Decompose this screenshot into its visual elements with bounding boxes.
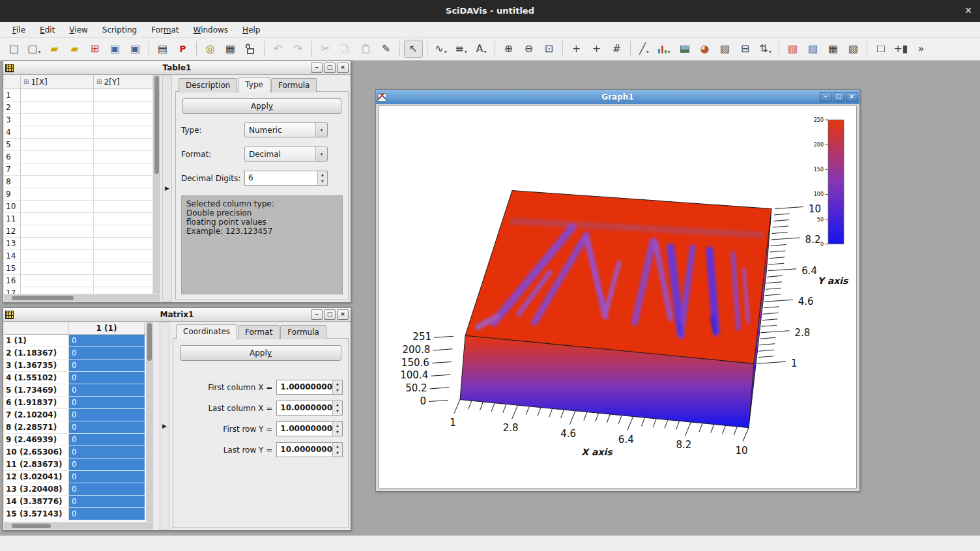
table-cell[interactable] [94,201,152,213]
row-header[interactable]: 16 [4,275,21,287]
matrix-row-header[interactable]: 15 (3.57143) [4,508,69,520]
table-cell[interactable] [21,188,94,201]
table-cell[interactable] [94,114,152,126]
last-column-x-input[interactable]: 10.0000000▲▼ [276,401,343,416]
row-header[interactable]: 10 [4,201,21,213]
matrix-cell[interactable]: 0 [69,496,145,508]
scrollbar-thumb[interactable] [154,76,159,174]
matrix1-tab-formula[interactable]: Formula [280,325,326,339]
row-header[interactable]: 17 [4,287,21,294]
matrix-row-header[interactable]: 2 (1.18367) [4,347,69,360]
table-cell[interactable] [21,275,94,287]
spin-up-icon[interactable]: ▲ [333,380,342,388]
menu-file[interactable]: File [5,23,33,36]
matrix1-tab-coordinates[interactable]: Coordinates [176,324,237,339]
matrix-row-header[interactable]: 8 (2.28571) [4,421,69,434]
add-curve-button[interactable]: ∿▾ [431,40,450,58]
table1-column-header[interactable]: ⊞1[X] [21,75,94,89]
matrix-cell[interactable]: 0 [69,384,145,397]
plot-image-button[interactable] [675,40,694,58]
matrix1-vertical-scrollbar[interactable] [146,322,153,522]
chevron-down-icon[interactable]: ▾ [315,147,327,161]
redo-button[interactable]: ↷ [289,40,308,58]
plot-3d-bars-button[interactable]: ▨ [715,40,734,58]
matrix1-panel-handle[interactable]: ▶ [160,322,169,530]
panel-expand-icon[interactable]: ▶ [165,185,169,191]
matrix1-column-header[interactable]: 1 (1) [69,322,145,334]
plot-histogram-button[interactable]: ▾ [655,40,674,58]
select-region-button[interactable] [871,40,890,58]
row-header[interactable]: 8 [4,176,21,188]
table1-tab-formula[interactable]: Formula [271,78,317,92]
plot-error-bars-button[interactable]: ⇅▾ [756,40,775,58]
import-file-button[interactable]: ▰ [65,40,84,58]
table-cell[interactable] [21,114,94,126]
matrix1-titlebar[interactable]: Matrix1 –□× [3,308,351,322]
type-select[interactable]: Numeric▾ [244,122,328,137]
spin-down-icon[interactable]: ▼ [333,450,342,457]
chevron-down-icon[interactable]: ▾ [315,123,327,137]
matrix-cell[interactable]: 0 [69,360,145,372]
new-window-button[interactable]: □▾ [25,40,44,58]
last-row-y-input[interactable]: 10.0000000▲▼ [276,442,343,457]
table-cell[interactable] [94,126,152,139]
plot-box-button[interactable]: ⊟ [736,40,755,58]
plot-3d-trajectory-button[interactable]: ▧ [844,40,863,58]
row-header[interactable]: 12 [4,225,21,238]
matrix-row-header[interactable]: 13 (3.20408) [4,483,69,496]
table1-panel-handle[interactable]: ▶ [162,75,172,302]
project-explorer-button[interactable]: ◎ [201,40,220,58]
app-close-button[interactable]: ✕ [964,5,972,16]
plot-line-button[interactable]: ╱▾ [635,40,654,58]
export-pdf-button[interactable]: P [173,40,192,58]
matrix1-minimize-button[interactable]: – [311,309,323,320]
plot-canvas[interactable]: 12.84.66.48.210X axis12.84.66.48.210Y ax… [379,106,857,488]
table-cell[interactable] [94,213,152,225]
table-cell[interactable] [21,213,94,225]
plot-3d-scatter-button[interactable]: ▦ [824,40,843,58]
table1-minimize-button[interactable]: – [311,63,323,73]
table-cell[interactable] [21,139,94,151]
table-cell[interactable] [94,151,152,163]
graph1-close-button[interactable]: × [846,92,857,102]
matrix-row-header[interactable]: 4 (1.55102) [4,372,69,384]
table-cell[interactable] [21,262,94,275]
scrollbar-thumb[interactable] [147,323,152,361]
matrix-cell[interactable]: 0 [69,471,145,483]
matrix-row-header[interactable]: 3 (1.36735) [4,360,69,372]
cut-button[interactable]: ✂ [316,40,335,58]
matrix-cell[interactable]: 0 [69,335,145,347]
toolbar-overflow-button[interactable]: » [912,40,930,58]
table-cell[interactable] [21,126,94,139]
row-header[interactable]: 15 [4,262,21,275]
table-cell[interactable] [21,102,94,114]
matrix1-corner-cell[interactable] [4,322,69,334]
plot-pie-button[interactable]: ◕ [695,40,714,58]
add-text-button[interactable]: A▾ [472,40,491,58]
row-header[interactable]: 6 [4,151,21,163]
table-cell[interactable] [94,89,152,102]
undo-button[interactable]: ↶ [268,40,287,58]
pointer-button[interactable]: ↖ [404,40,423,58]
graph1-minimize-button[interactable]: – [820,92,831,102]
first-row-y-input[interactable]: 1.00000000▲▼ [276,421,343,436]
menu-windows[interactable]: Windows [186,23,236,36]
rescale-to-show-all-button[interactable]: ⊡ [540,40,558,58]
table-cell[interactable] [21,287,94,294]
table-cell[interactable] [94,139,152,151]
matrix-cell[interactable]: 0 [69,347,145,360]
matrix-cell[interactable]: 0 [69,409,145,421]
add-column-button[interactable]: +▮ [891,40,910,58]
matrix-row-header[interactable]: 11 (2.83673) [4,459,69,471]
paste-button[interactable] [356,40,375,58]
matrix1-horizontal-scrollbar[interactable] [4,522,153,530]
table-cell[interactable] [94,188,152,201]
row-header[interactable]: 11 [4,213,21,225]
table-cell[interactable] [21,201,94,213]
table-cell[interactable] [94,262,152,275]
menu-help[interactable]: Help [235,23,267,36]
save-project-as-button[interactable]: ▣ [126,40,145,58]
edit-function-button[interactable]: ✎ [377,40,396,58]
spin-down-icon[interactable]: ▼ [333,388,342,395]
spin-down-icon[interactable]: ▼ [318,178,327,186]
